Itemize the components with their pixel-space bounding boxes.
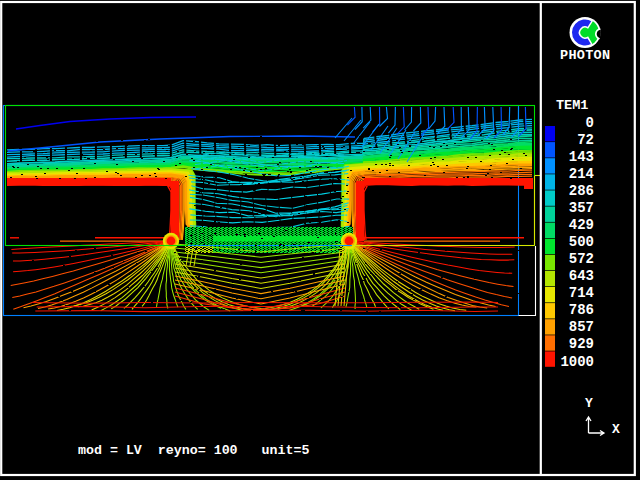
svg-text:72: 72 [577,132,594,148]
svg-text:929: 929 [569,336,594,352]
svg-text:500: 500 [569,234,594,250]
svg-text:857: 857 [569,319,594,335]
svg-text:0: 0 [586,115,594,131]
svg-text:Y: Y [585,396,593,411]
svg-text:714: 714 [569,285,594,301]
svg-text:mod = LV reyno= 100 unit=5: mod = LV reyno= 100 unit=5 [78,443,309,458]
svg-text:143: 143 [569,149,594,165]
svg-text:286: 286 [569,183,594,199]
svg-text:TEM1: TEM1 [556,98,588,113]
svg-text:PHOTON: PHOTON [560,48,610,63]
svg-text:643: 643 [569,268,594,284]
svg-text:214: 214 [569,166,594,182]
svg-text:429: 429 [569,217,594,233]
svg-text:357: 357 [569,200,594,216]
svg-text:X: X [612,422,620,437]
svg-text:1000: 1000 [560,354,594,370]
svg-text:786: 786 [569,302,594,318]
svg-text:572: 572 [569,251,594,267]
